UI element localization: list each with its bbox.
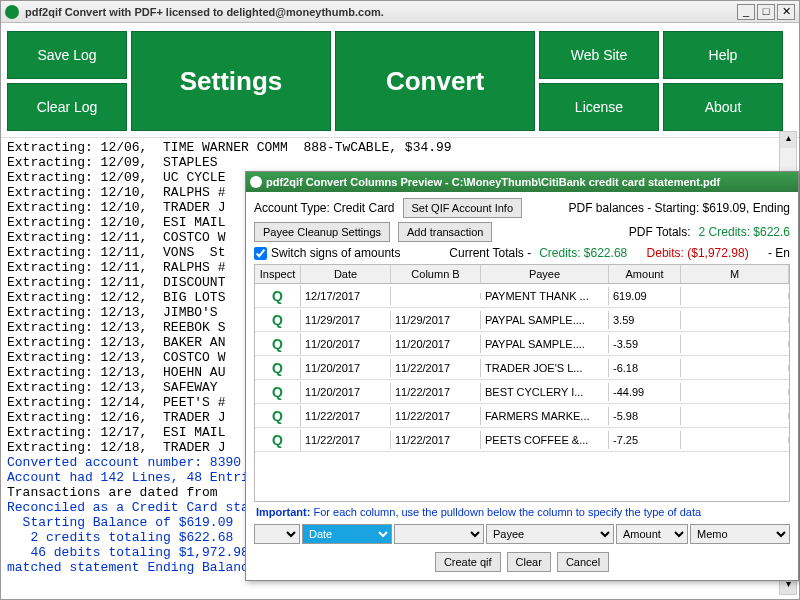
inspect-cell[interactable]: Q [255, 285, 301, 307]
convert-button[interactable]: Convert [335, 31, 535, 131]
preview-title: pdf2qif Convert Columns Preview - C:\Mon… [266, 176, 720, 188]
date-cell[interactable]: 11/20/2017 [301, 335, 391, 353]
switch-signs-input[interactable] [254, 247, 267, 260]
current-debits: Debits: ($1,972.98) [647, 246, 749, 260]
sel-inspect[interactable] [254, 524, 300, 544]
memo-cell[interactable] [681, 413, 789, 419]
switch-signs-label: Switch signs of amounts [271, 246, 400, 260]
pdf-totals-label: PDF Totals: [629, 225, 691, 239]
help-button[interactable]: Help [663, 31, 783, 79]
clear-log-button[interactable]: Clear Log [7, 83, 127, 131]
colb-cell[interactable] [391, 293, 481, 299]
magnifier-icon[interactable]: Q [272, 288, 283, 304]
add-transaction-button[interactable]: Add transaction [398, 222, 492, 242]
date-cell[interactable]: 12/17/2017 [301, 287, 391, 305]
col-memo[interactable]: M [681, 265, 789, 283]
date-cell[interactable]: 11/20/2017 [301, 383, 391, 401]
amount-cell[interactable]: -6.18 [609, 359, 681, 377]
memo-cell[interactable] [681, 317, 789, 323]
payee-cell[interactable]: PEETS COFFEE &... [481, 431, 609, 449]
memo-cell[interactable] [681, 293, 789, 299]
col-inspect[interactable]: Inspect [255, 265, 301, 283]
sel-payee[interactable]: Payee [486, 524, 614, 544]
colb-cell[interactable]: 11/22/2017 [391, 407, 481, 425]
website-button[interactable]: Web Site [539, 31, 659, 79]
preview-titlebar: pdf2qif Convert Columns Preview - C:\Mon… [246, 172, 798, 192]
memo-cell[interactable] [681, 389, 789, 395]
inspect-cell[interactable]: Q [255, 381, 301, 403]
inspect-cell[interactable]: Q [255, 429, 301, 451]
magnifier-icon[interactable]: Q [272, 360, 283, 376]
date-cell[interactable]: 11/22/2017 [301, 431, 391, 449]
amount-cell[interactable]: -3.59 [609, 335, 681, 353]
inspect-cell[interactable]: Q [255, 333, 301, 355]
col-payee[interactable]: Payee [481, 265, 609, 283]
maximize-button[interactable]: □ [757, 4, 775, 20]
colb-cell[interactable]: 11/29/2017 [391, 311, 481, 329]
payee-cell[interactable]: FARMERS MARKE... [481, 407, 609, 425]
amount-cell[interactable]: -5.98 [609, 407, 681, 425]
minimize-button[interactable]: _ [737, 4, 755, 20]
sel-colb[interactable] [394, 524, 484, 544]
table-row: Q11/22/201711/22/2017FARMERS MARKE...-5.… [255, 404, 789, 428]
payee-cell[interactable]: PAYMENT THANK ... [481, 287, 609, 305]
grid-header: Inspect Date Column B Payee Amount M [255, 265, 789, 284]
magnifier-icon[interactable]: Q [272, 336, 283, 352]
close-button[interactable]: ✕ [777, 4, 795, 20]
colb-cell[interactable]: 11/22/2017 [391, 383, 481, 401]
colb-cell[interactable]: 11/20/2017 [391, 335, 481, 353]
important-note: Important: For each column, use the pull… [254, 502, 790, 522]
date-cell[interactable]: 11/20/2017 [301, 359, 391, 377]
col-b[interactable]: Column B [391, 265, 481, 283]
magnifier-icon[interactable]: Q [272, 432, 283, 448]
magnifier-icon[interactable]: Q [272, 408, 283, 424]
settings-button[interactable]: Settings [131, 31, 331, 131]
sel-memo[interactable]: Memo [690, 524, 790, 544]
payee-cell[interactable]: PAYPAL SAMPLE.... [481, 311, 609, 329]
payee-cell[interactable]: PAYPAL SAMPLE.... [481, 335, 609, 353]
grid-body: Q12/17/2017PAYMENT THANK ...619.09Q11/29… [255, 284, 789, 452]
cancel-button[interactable]: Cancel [557, 552, 609, 572]
app-icon [5, 5, 19, 19]
amount-cell[interactable]: 619.09 [609, 287, 681, 305]
sel-date[interactable]: Date [302, 524, 392, 544]
inspect-cell[interactable]: Q [255, 405, 301, 427]
col-amount[interactable]: Amount [609, 265, 681, 283]
memo-cell[interactable] [681, 341, 789, 347]
clear-button[interactable]: Clear [507, 552, 551, 572]
switch-signs-checkbox[interactable]: Switch signs of amounts [254, 246, 400, 260]
account-type-label: Account Type: Credit Card [254, 201, 395, 215]
current-totals-label: Current Totals - [449, 246, 531, 260]
payee-cell[interactable]: TRADER JOE'S L... [481, 359, 609, 377]
colb-cell[interactable]: 11/22/2017 [391, 431, 481, 449]
date-cell[interactable]: 11/29/2017 [301, 311, 391, 329]
inspect-cell[interactable]: Q [255, 309, 301, 331]
save-log-button[interactable]: Save Log [7, 31, 127, 79]
col-date[interactable]: Date [301, 265, 391, 283]
columns-preview-dialog: pdf2qif Convert Columns Preview - C:\Mon… [245, 171, 799, 581]
amount-cell[interactable]: -7.25 [609, 431, 681, 449]
payee-cell[interactable]: BEST CYCLERY I... [481, 383, 609, 401]
date-cell[interactable]: 11/22/2017 [301, 407, 391, 425]
amount-cell[interactable]: 3.59 [609, 311, 681, 329]
colb-cell[interactable]: 11/22/2017 [391, 359, 481, 377]
scroll-up-icon[interactable]: ▴ [780, 132, 796, 148]
pdf-balances-label: PDF balances - Starting: $619.09, Ending [569, 201, 790, 215]
magnifier-icon[interactable]: Q [272, 384, 283, 400]
table-row: Q11/20/201711/22/2017BEST CYCLERY I...-4… [255, 380, 789, 404]
amount-cell[interactable]: -44.99 [609, 383, 681, 401]
current-credits: Credits: $622.68 [539, 246, 627, 260]
license-button[interactable]: License [539, 83, 659, 131]
memo-cell[interactable] [681, 365, 789, 371]
sel-amount[interactable]: Amount [616, 524, 688, 544]
set-qif-account-button[interactable]: Set QIF Account Info [403, 198, 523, 218]
payee-cleanup-button[interactable]: Payee Cleanup Settings [254, 222, 390, 242]
magnifier-icon[interactable]: Q [272, 312, 283, 328]
table-row: Q12/17/2017PAYMENT THANK ...619.09 [255, 284, 789, 308]
inspect-cell[interactable]: Q [255, 357, 301, 379]
memo-cell[interactable] [681, 437, 789, 443]
main-toolbar: Save Log Clear Log Settings Convert Web … [1, 23, 799, 138]
table-row: Q11/29/201711/29/2017PAYPAL SAMPLE....3.… [255, 308, 789, 332]
about-button[interactable]: About [663, 83, 783, 131]
create-qif-button[interactable]: Create qif [435, 552, 501, 572]
